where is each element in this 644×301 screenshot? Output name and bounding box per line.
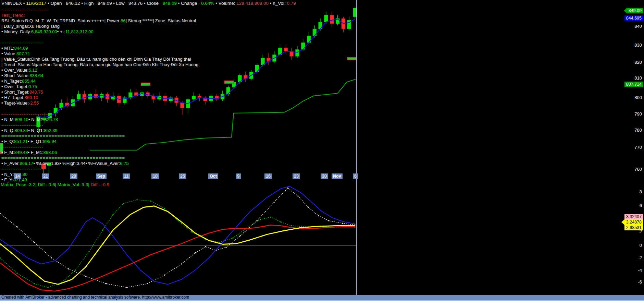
amibroker-window: VNINDEX • 11/6/2017 • Open= 846.12 • Hig… <box>0 0 644 301</box>
info-segment: • F_Aver: <box>1 161 20 166</box>
matrix-white-marker <box>16 226 18 228</box>
matrix-green-marker <box>290 225 292 227</box>
matrix-green-marker <box>164 208 165 209</box>
info-segment: • F_Q1: <box>28 139 43 144</box>
matrix-indicator-title: Matrix_Price :3.2| Diff : 0.6| Matrix_Vo… <box>1 182 109 188</box>
info-segment: • %High: <box>60 161 77 166</box>
matrix-white-marker <box>205 246 206 248</box>
info-line: | Value_Status:Đinh Gia Tang Truong. Đâu… <box>1 57 198 62</box>
matrix-title-segment: Matrix_Price :3.2| <box>1 182 37 187</box>
info-line: • MT1:844.69 <box>1 46 198 51</box>
matrix-green-marker <box>112 214 114 215</box>
matrix-white-marker <box>51 257 52 258</box>
info-line: • N_M:808.10• N_M1:825.78 <box>1 117 198 122</box>
quote-header-segment: • <box>23 1 26 6</box>
price-axis-tick: 840 <box>621 24 642 29</box>
info-segment: 86 <box>121 18 125 23</box>
info-line: | Trend_Status:Ngan Han Tang Truong. Đâu… <box>1 62 198 68</box>
info-segment: • N_Taget: <box>1 79 22 84</box>
info-line: • Taget-Value:-2.55 <box>1 100 198 106</box>
matrix-green-marker <box>47 287 49 288</box>
matrix-white-marker <box>68 268 69 270</box>
status-bar: Created with AmiBroker - advanced charti… <box>0 295 644 300</box>
info-segment: 6.75 <box>120 161 128 166</box>
matrix-white-marker <box>34 242 35 243</box>
info-segment: 838.64 <box>29 73 43 78</box>
indicator-info-block: --------------------------Test_Trend:RSI… <box>1 7 198 183</box>
quote-header-segment: VNINDEX <box>1 1 23 6</box>
info-segment: | Daily_singal:Xu Huong Tang <box>1 24 60 29</box>
matrix-white-marker <box>126 287 127 288</box>
separator-line: ----------------------- <box>1 40 198 46</box>
date-label-23: 23 <box>293 173 300 179</box>
date-label-28: 28 <box>70 173 77 179</box>
matrix-title-segment: Diff : -0.9 <box>89 182 109 187</box>
matrix-title-segment: Matrix_Vol :3.3| <box>56 182 89 187</box>
matrix-green-marker <box>150 201 151 202</box>
matrix-white-marker <box>195 252 196 254</box>
info-segment: • %Low: <box>33 161 49 166</box>
matrix-green-marker <box>191 231 193 233</box>
price-axis-tick: 770 <box>621 145 642 150</box>
info-segment: • +-: <box>57 29 65 34</box>
info-segment: | Value_Status:Đinh Gia Tang Truong. Đâu… <box>1 57 191 62</box>
info-line: | Daily_singal:Xu Huong Tang <box>1 24 198 29</box>
date-label-11: 11 <box>123 173 130 179</box>
date-label-6: 6 <box>353 173 358 179</box>
matrix-white-marker <box>85 276 86 277</box>
price-axis-tick: 760 <box>621 167 642 172</box>
info-segment: • Short_Taget: <box>1 89 29 95</box>
matrix-green-marker <box>270 216 271 218</box>
price-axis-value-marker: 807.714 <box>624 82 643 87</box>
quote-header-segment: 849.09 <box>163 1 178 6</box>
matrix-green-marker <box>260 219 261 220</box>
info-line: • F_Q:851.21• F_Q1:895.94 <box>1 139 198 144</box>
quote-header: VNINDEX • 11/6/2017 • Open= 846.12 • Hig… <box>1 1 296 6</box>
matrix-white-marker <box>287 188 288 189</box>
info-line: • N_Q:809.84• N_Q1:852.39 <box>1 128 198 133</box>
info-segment: • N_Q: <box>1 128 15 133</box>
date-label-18: 18 <box>151 173 159 179</box>
indicator-axis-value-marker: 3.24878 <box>624 219 643 225</box>
info-segment: 3.44 <box>77 161 85 166</box>
matrix-white-marker <box>328 220 330 221</box>
info-segment: • N_Q1: <box>28 128 44 133</box>
info-segment: • H7_Taget: <box>1 95 24 100</box>
quote-header-segment: 0.79 <box>287 1 296 6</box>
price-axis-tick: 810 <box>621 75 642 81</box>
matrix-white-marker <box>106 283 107 285</box>
candle-body <box>330 15 334 24</box>
candle-body <box>324 15 328 22</box>
info-segment: 895.94 <box>43 139 57 144</box>
info-segment: RSI_Status:B:Q_M_T_W_Tr| TREND_Status:++… <box>1 18 121 23</box>
candle-body <box>284 48 288 51</box>
separator-line: -------------------------- <box>1 7 198 13</box>
info-line <box>1 106 198 111</box>
info-segment: • F_Q: <box>1 139 14 144</box>
info-line: • Short_Value:838.64 <box>1 73 198 79</box>
separator-line: -------------------------- <box>1 111 198 117</box>
info-segment: • F_M1: <box>28 150 44 155</box>
info-segment: Test_Trend: <box>1 13 25 18</box>
indicator-axis-value-marker: 2.98531 <box>624 225 643 230</box>
matrix-white-marker <box>225 247 227 248</box>
quote-header-segment: 11/6/2017 <box>26 1 48 6</box>
indicator-axis-tick: -6 <box>621 279 642 285</box>
matrix-green-marker <box>136 199 138 201</box>
info-segment: • MT1: <box>1 46 14 51</box>
signal-dash-icon <box>347 58 356 60</box>
info-line: RSI_Status:B:Q_M_T_W_Tr| TREND_Status:++… <box>1 18 198 24</box>
info-segment: • Taget-Value: <box>1 100 29 106</box>
matrix-green-marker <box>88 251 90 252</box>
info-segment: • Over_Value: <box>1 68 28 73</box>
indicator-axis-value-marker: 3.32407 <box>624 214 643 219</box>
indicator-axis-tick: 6 <box>621 203 642 208</box>
info-line: Test_Trend: <box>1 13 198 18</box>
date-label-14: 14 <box>14 173 21 179</box>
info-segment: • F_M: <box>1 150 14 155</box>
info-segment: 825.78 <box>44 117 58 122</box>
matrix-blue-line <box>0 186 355 284</box>
info-segment: -1.93 <box>49 161 60 166</box>
indicator-axis-tick: -4 <box>621 268 642 273</box>
matrix-title-segment: Diff : 0.6| <box>37 182 56 187</box>
